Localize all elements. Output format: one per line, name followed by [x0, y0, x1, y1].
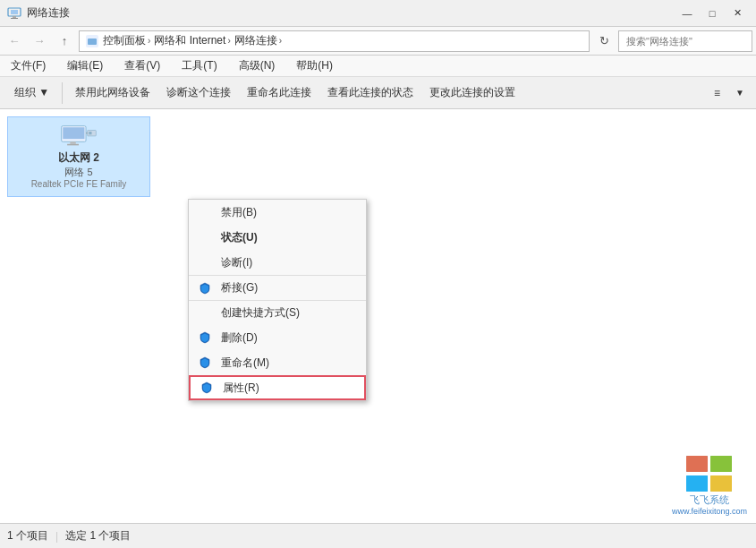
svg-rect-22 [710, 475, 732, 492]
title-bar-left: 网络连接 [7, 5, 70, 21]
menu-view[interactable]: 查看(V) [121, 56, 164, 75]
status-selected: 选定 1 个项目 [65, 528, 131, 544]
svg-rect-5 [88, 39, 97, 45]
ctx-shortcut[interactable]: 创建快捷方式(S) [189, 300, 366, 325]
view-dropdown-button[interactable]: ▼ [731, 81, 749, 106]
window-title: 网络连接 [27, 5, 70, 21]
up-button[interactable]: ↑ [54, 30, 75, 52]
watermark-brand: 飞飞系统 [690, 493, 729, 507]
ctx-diagnose[interactable]: 诊断(I) [189, 250, 366, 275]
organize-group: 组织 ▼ [7, 81, 56, 106]
menu-help[interactable]: 帮助(H) [293, 56, 336, 75]
network-adapter-icon [55, 124, 102, 150]
breadcrumb-item-1[interactable]: 控制面板 › [103, 33, 150, 48]
shield-icon-delete [198, 330, 212, 345]
back-button[interactable]: ← [4, 30, 25, 52]
menu-advanced[interactable]: 高级(N) [235, 56, 279, 75]
rename-button[interactable]: 重命名此连接 [240, 81, 319, 106]
network-item-name: 以太网 2 [58, 150, 99, 166]
menu-bar: 文件(F) 编辑(E) 查看(V) 工具(T) 高级(N) 帮助(H) [0, 56, 756, 77]
toolbar: 组织 ▼ 禁用此网络设备 诊断这个连接 重命名此连接 查看此连接的状态 更改此连… [0, 77, 756, 109]
toolbar-sep-1 [62, 82, 63, 104]
ctx-bridge[interactable]: 桥接(G) [189, 275, 366, 300]
view-button[interactable]: ≡ [707, 81, 727, 106]
svg-rect-13 [89, 132, 91, 134]
menu-file[interactable]: 文件(F) [7, 56, 49, 75]
svg-rect-19 [686, 456, 708, 472]
search-box [618, 30, 752, 52]
disable-device-button[interactable]: 禁用此网络设备 [68, 81, 157, 106]
context-menu: 禁用(B) 状态(U) 诊断(I) 桥接(G) [188, 199, 367, 401]
ctx-disable[interactable]: 禁用(B) [189, 200, 366, 225]
breadcrumb-icon [85, 34, 99, 48]
status-bar: 1 个项目 | 选定 1 个项目 [0, 523, 756, 548]
address-bar: ← → ↑ 控制面板 › 网络和 Internet › 网络连接 › ↻ [0, 27, 756, 56]
maximize-button[interactable]: □ [701, 4, 724, 22]
breadcrumb: 控制面板 › 网络和 Internet › 网络连接 › [79, 30, 590, 52]
svg-rect-20 [710, 456, 732, 472]
windows-logo [684, 454, 734, 493]
shield-icon-bridge [198, 281, 212, 295]
menu-edit[interactable]: 编辑(E) [64, 56, 106, 75]
ctx-delete[interactable]: 删除(D) [189, 325, 366, 350]
svg-rect-11 [67, 144, 79, 146]
svg-rect-21 [686, 475, 708, 492]
refresh-button[interactable]: ↻ [593, 30, 615, 52]
status-button[interactable]: 查看此连接的状态 [320, 81, 420, 106]
title-bar-controls: — □ ✕ [675, 4, 749, 22]
organize-button[interactable]: 组织 ▼ [7, 81, 56, 106]
network-item[interactable]: 以太网 2 网络 5 Realtek PCIe FE Family [7, 116, 150, 197]
ctx-rename[interactable]: 重命名(M) [189, 350, 366, 375]
shield-icon-properties [200, 381, 214, 395]
forward-button[interactable]: → [29, 30, 50, 52]
main-content: 以太网 2 网络 5 Realtek PCIe FE Family 禁用(B) … [0, 109, 756, 523]
window-icon [7, 6, 21, 21]
ctx-properties[interactable]: 属性(R) [189, 375, 366, 400]
svg-rect-10 [70, 141, 75, 143]
minimize-button[interactable]: — [675, 4, 699, 22]
svg-rect-2 [13, 16, 16, 18]
menu-tools[interactable]: 工具(T) [178, 56, 220, 75]
svg-rect-3 [11, 18, 18, 19]
settings-button[interactable]: 更改此连接的设置 [422, 81, 522, 106]
network-item-status: 网络 5 [64, 166, 92, 179]
title-bar: 网络连接 — □ ✕ [0, 0, 756, 27]
breadcrumb-item-3[interactable]: 网络连接 › [234, 33, 282, 48]
status-total: 1 个项目 [7, 528, 48, 544]
breadcrumb-item-2[interactable]: 网络和 Internet › [154, 33, 230, 48]
watermark-url: www.feifeixitong.com [672, 507, 747, 516]
ctx-status[interactable]: 状态(U) [189, 225, 366, 250]
toolbar-right: ≡ ▼ [707, 81, 749, 106]
network-item-model: Realtek PCIe FE Family [31, 179, 127, 189]
svg-rect-1 [11, 10, 18, 14]
diagnose-button[interactable]: 诊断这个连接 [159, 81, 238, 106]
file-area: 以太网 2 网络 5 Realtek PCIe FE Family 禁用(B) … [0, 109, 756, 523]
search-input[interactable] [626, 36, 750, 47]
close-button[interactable]: ✕ [726, 4, 749, 22]
shield-icon-rename [198, 355, 212, 370]
svg-rect-9 [63, 127, 84, 139]
watermark: 飞飞系统 www.feifeixitong.com [672, 454, 747, 516]
